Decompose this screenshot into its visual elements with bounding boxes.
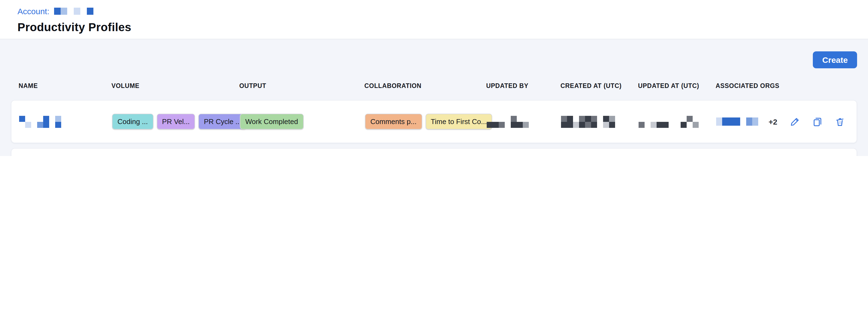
column-header-volume: VOLUME: [112, 83, 239, 89]
table-header-row: NAMEVOLUMEOUTPUTCOLLABORATIONUPDATED BYC…: [11, 83, 857, 89]
column-header-updated-at-utc-: UPDATED AT (UTC): [638, 83, 716, 89]
cell-collaboration: Comments p...Time to First Co...: [365, 114, 487, 129]
column-header-associated-orgs: ASSOCIATED ORGS: [716, 83, 778, 89]
account-breadcrumb: Account:: [18, 6, 868, 16]
delete-button[interactable]: [835, 116, 845, 127]
cell-updated-at: [639, 116, 716, 128]
profile-name-redacted: [19, 116, 67, 128]
column-header-updated-by: UPDATED BY: [486, 83, 560, 89]
profiles-table-body: Coding ...PR Vel...PR Cycle ... Work Com…: [0, 100, 868, 156]
badge-coding: Coding ...: [112, 114, 153, 129]
duplicate-button[interactable]: [812, 116, 823, 127]
table-row: Coding ...PR Vel...PR Cycle ... Work Com…: [11, 100, 857, 143]
account-name-redacted: [54, 8, 94, 15]
cell-updated-by: [487, 116, 561, 128]
create-button[interactable]: Create: [813, 51, 857, 68]
copy-icon: [812, 116, 823, 127]
cell-volume: Coding ...PR Vel...PR Cycle ...: [112, 114, 240, 129]
cell-output: Work Completed: [240, 114, 365, 129]
page-title: Productivity Profiles: [18, 21, 868, 34]
associated-orgs-redacted: [716, 118, 764, 126]
badge-comments-per: Comments p...: [365, 114, 422, 129]
column-header-output: OUTPUT: [239, 83, 364, 89]
badge-pr-velocity: PR Vel...: [156, 114, 195, 129]
cell-associated-orgs: +2: [716, 117, 779, 126]
cell-created-at: [561, 116, 639, 128]
profiles-panel: Create NAMEVOLUMEOUTPUTCOLLABORATIONUPDA…: [0, 39, 868, 156]
orgs-more-count: +2: [769, 117, 777, 126]
account-name-redacted: [54, 8, 94, 15]
cell-actions: [790, 116, 849, 127]
column-header-name: NAME: [19, 83, 112, 89]
account-link[interactable]: Account:: [18, 6, 50, 16]
edit-button[interactable]: [790, 116, 800, 127]
trash-icon: [835, 116, 845, 127]
cell-name: [19, 116, 112, 128]
badge-time-to-first: Time to First Co...: [425, 114, 492, 129]
page-header: Account: Productivity Profiles: [0, 0, 868, 39]
productivity-profiles-page: Account: Productivity Profiles Create NA…: [0, 0, 868, 156]
updated-by-redacted: [487, 116, 541, 128]
updated-at-redacted: [639, 116, 699, 128]
pencil-icon: [790, 116, 800, 127]
created-at-redacted: [561, 116, 621, 128]
column-header-collaboration: COLLABORATION: [364, 83, 486, 89]
toolbar: Create: [0, 39, 868, 68]
badge-work-completed: Work Completed: [240, 114, 304, 129]
column-header-created-at-utc-: CREATED AT (UTC): [560, 83, 638, 89]
table-row: Coding ...PR Vel...PR Cycle ... Comments…: [11, 148, 857, 156]
